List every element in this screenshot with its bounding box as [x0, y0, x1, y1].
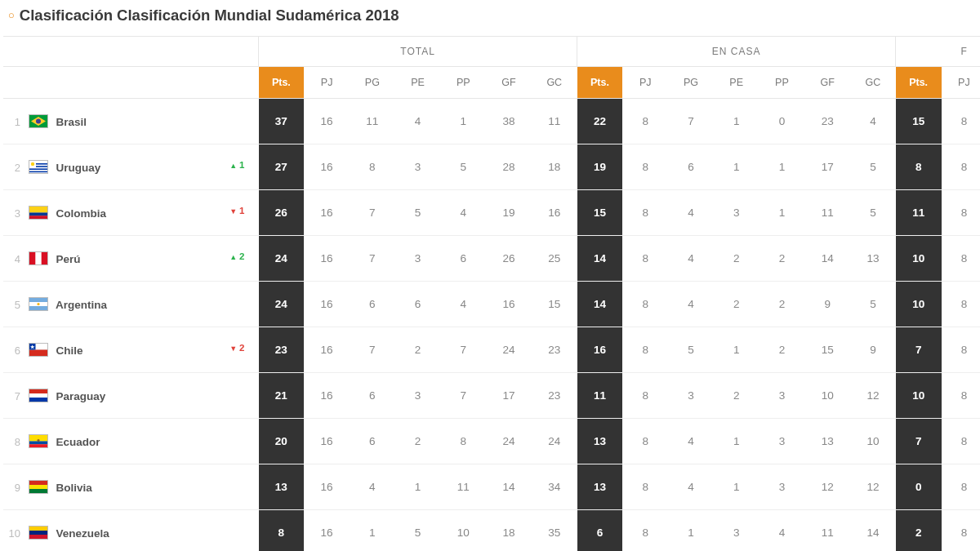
home-pe: 1 [714, 419, 760, 464]
total-pj: 16 [304, 510, 350, 552]
home-pp: 3 [760, 373, 805, 419]
total-gf: 19 [486, 190, 532, 236]
rank-number: 3 [4, 207, 20, 220]
col-home-gc: GC [850, 67, 896, 99]
total-gc: 23 [532, 373, 577, 419]
home-pts: 13 [577, 419, 623, 464]
team-name: Chile [56, 344, 83, 357]
section-home: EN CASA [577, 37, 896, 67]
total-pts: 24 [259, 282, 305, 327]
flag-icon [29, 160, 48, 174]
home-gc: 14 [850, 510, 896, 552]
col-away-pts: Pts. [896, 67, 942, 99]
home-pe: 3 [714, 510, 760, 552]
total-pj: 16 [304, 236, 350, 282]
page-title: ○Clasificación Clasificación Mundial Sud… [3, 3, 980, 36]
total-pp: 7 [440, 327, 486, 373]
rank-number: 7 [4, 390, 20, 402]
team-cell: 2 Uruguay 1 [3, 144, 259, 190]
flag-icon [29, 480, 48, 494]
home-gc: 12 [850, 464, 896, 510]
home-pj: 8 [622, 464, 668, 510]
away-pts: 15 [896, 99, 942, 144]
home-pj: 8 [622, 236, 668, 282]
total-pts: 23 [259, 327, 305, 373]
home-pg: 4 [668, 282, 714, 327]
total-pe: 2 [395, 419, 441, 464]
svg-point-2 [36, 119, 41, 124]
col-home-pp: PP [760, 67, 805, 99]
table-row[interactable]: 7 Paraguay 21 16 6 3 7 17 23 11 8 3 2 3 … [3, 373, 980, 419]
flag-icon [29, 389, 48, 402]
home-pe: 3 [714, 190, 760, 236]
total-pts: 37 [259, 99, 305, 144]
total-gc: 25 [532, 236, 577, 282]
flag-icon: ★ [29, 343, 48, 357]
home-pg: 4 [668, 419, 714, 464]
table-row[interactable]: 10 Venezuela 8 16 1 5 10 18 35 6 8 1 3 4… [3, 510, 980, 552]
total-pts: 20 [259, 419, 305, 464]
table-row[interactable]: 3 Colombia 1 26 16 7 5 4 19 16 15 8 4 3 … [3, 190, 980, 236]
rank-move-down-icon: 2 [229, 343, 244, 353]
home-pp: 3 [760, 464, 805, 510]
home-pg: 3 [668, 373, 714, 419]
table-row[interactable]: 2 Uruguay 1 27 16 8 3 5 28 18 19 8 6 1 1… [3, 144, 980, 190]
svg-rect-19 [29, 350, 47, 357]
total-gf: 26 [486, 236, 532, 282]
svg-rect-14 [35, 252, 41, 264]
svg-rect-12 [29, 216, 47, 219]
home-gc: 12 [850, 373, 896, 419]
home-pj: 8 [622, 190, 668, 236]
table-row[interactable]: 9 Bolivia 13 16 4 1 11 14 34 13 8 4 1 3 … [3, 464, 980, 510]
team-name: Uruguay [56, 162, 101, 174]
svg-rect-24 [29, 398, 47, 402]
total-gc: 24 [532, 419, 577, 464]
away-pts: 8 [896, 144, 942, 190]
total-pg: 6 [350, 419, 395, 464]
table-row[interactable]: 8 Ecuador 20 16 6 2 8 24 24 13 8 4 1 3 1… [3, 419, 980, 464]
away-pj: 8 [942, 464, 980, 510]
total-pj: 16 [304, 99, 350, 144]
total-pe: 1 [395, 464, 441, 510]
total-pp: 7 [440, 373, 486, 419]
home-pp: 3 [760, 419, 805, 464]
team-name: Brasil [56, 116, 87, 128]
title-text: Clasificación Clasificación Mundial Suda… [20, 7, 399, 24]
team-cell: 3 Colombia 1 [3, 190, 259, 236]
home-pj: 8 [622, 144, 668, 190]
col-total-gc: GC [532, 67, 577, 99]
table-row[interactable]: 1 Brasil 37 16 11 4 1 38 11 22 8 7 1 0 2… [3, 99, 980, 144]
total-gf: 14 [486, 464, 532, 510]
total-pe: 6 [395, 282, 441, 327]
svg-point-17 [37, 303, 39, 305]
table-row[interactable]: 4 Perú 2 24 16 7 3 6 26 25 14 8 4 2 2 14… [3, 236, 980, 282]
flag-icon [29, 526, 48, 540]
total-pg: 8 [350, 144, 395, 190]
home-pts: 11 [577, 373, 623, 419]
svg-rect-22 [29, 389, 47, 393]
svg-rect-33 [29, 531, 47, 535]
total-pj: 16 [304, 190, 350, 236]
home-pe: 1 [714, 144, 760, 190]
svg-rect-7 [29, 171, 47, 173]
away-pj: 8 [942, 510, 980, 552]
svg-rect-10 [29, 207, 47, 213]
rank-number: 5 [4, 299, 20, 311]
away-pts: 11 [896, 190, 942, 236]
total-pg: 7 [350, 236, 395, 282]
table-row[interactable]: 5 Argentina 24 16 6 6 4 16 15 14 8 4 2 2… [3, 282, 980, 327]
total-pg: 7 [350, 327, 395, 373]
header-team [3, 67, 259, 99]
table-row[interactable]: 6 ★ Chile 2 23 16 7 2 7 24 23 16 8 5 1 2… [3, 327, 980, 373]
team-cell: 8 Ecuador [3, 419, 259, 464]
total-pp: 8 [440, 419, 486, 464]
away-pj: 8 [942, 282, 980, 327]
away-pj: 8 [942, 190, 980, 236]
team-cell: 4 Perú 2 [3, 236, 259, 282]
total-pg: 4 [350, 464, 395, 510]
svg-rect-27 [29, 444, 47, 447]
home-gf: 11 [804, 190, 850, 236]
total-gc: 34 [532, 464, 577, 510]
team-name: Colombia [56, 207, 107, 220]
total-pp: 4 [440, 282, 486, 327]
